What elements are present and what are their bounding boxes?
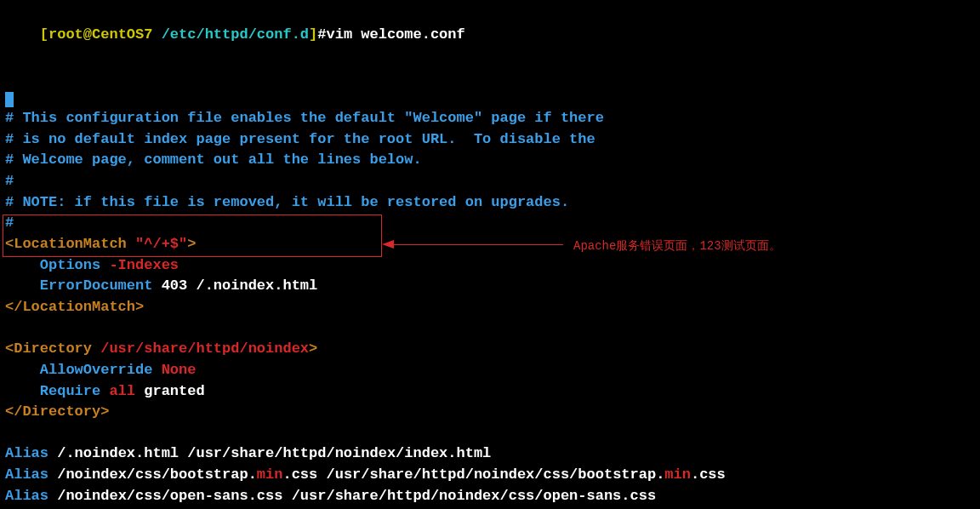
directive-arg: min bbox=[257, 466, 283, 483]
prompt-hash: # bbox=[317, 26, 326, 43]
prompt-bracket-end: ] bbox=[309, 26, 317, 43]
locationmatch-close: </LocationMatch> bbox=[5, 297, 975, 318]
directive-text: Alias bbox=[5, 466, 48, 483]
alias-line: Alias /noindex/css/bootstrap.min.css /us… bbox=[5, 465, 975, 486]
directive-text: <LocationMatch bbox=[5, 236, 135, 252]
comment-line: # bbox=[5, 171, 975, 192]
directive-text: Alias bbox=[5, 445, 48, 461]
blank-line bbox=[5, 423, 975, 444]
shell-prompt-line: [root@CentOS7 /etc/httpd/conf.d]#vim wel… bbox=[5, 3, 975, 66]
comment-line: # is no default index page present for t… bbox=[5, 129, 975, 151]
directive-arg: .css /usr/share/httpd/noindex/css/bootst… bbox=[282, 466, 664, 483]
prompt-cwd: /etc/httpd/conf.d bbox=[162, 26, 309, 43]
directive-text: > bbox=[187, 236, 196, 252]
directory-open: <Directory /usr/share/httpd/noindex> bbox=[5, 339, 975, 360]
terminal-output: [root@CentOS7 /etc/httpd/conf.d]#vim wel… bbox=[5, 3, 975, 509]
directive-arg: all bbox=[109, 383, 135, 399]
comment-line: # Welcome page, comment out all the line… bbox=[5, 150, 975, 171]
directive-arg: /usr/share/httpd/noindex bbox=[100, 340, 309, 357]
prompt-command: vim welcome.conf bbox=[326, 26, 464, 43]
comment-line: # bbox=[5, 213, 975, 234]
directive-text: Options bbox=[5, 257, 109, 273]
directive-arg: 403 /.noindex.html bbox=[162, 277, 318, 294]
directive-arg: .css bbox=[691, 466, 726, 483]
directive-arg: -Indexes bbox=[109, 257, 179, 273]
comment-line: # NOTE: if this file is removed, it will… bbox=[5, 192, 975, 214]
options-line: Options -Indexes bbox=[5, 255, 975, 277]
errordocument-line: ErrorDocument 403 /.noindex.html bbox=[5, 276, 975, 297]
file-line bbox=[5, 88, 975, 109]
require-line: Require all granted bbox=[5, 381, 975, 403]
prompt-user-host: [root@CentOS7 bbox=[40, 26, 162, 43]
comment-line: # This configuration file enables the de… bbox=[5, 108, 975, 129]
directive-arg: None bbox=[162, 362, 197, 378]
blank-line bbox=[5, 66, 975, 88]
directive-text: Alias bbox=[5, 488, 48, 504]
allowoverride-line: AllowOverride None bbox=[5, 360, 975, 381]
alias-line: Alias /.noindex.html /usr/share/httpd/no… bbox=[5, 443, 975, 465]
blank-line bbox=[5, 318, 975, 340]
directive-text: ErrorDocument bbox=[5, 277, 162, 294]
directive-arg: /noindex/css/bootstrap. bbox=[48, 466, 257, 483]
directive-text: Require bbox=[5, 383, 109, 399]
directive-text: AllowOverride bbox=[5, 362, 162, 378]
directive-arg: min bbox=[664, 466, 691, 483]
directive-arg: /noindex/css/open-sans.css /usr/share/ht… bbox=[48, 488, 656, 504]
directive-text: <Directory bbox=[5, 340, 100, 357]
locationmatch-open: <LocationMatch "^/+$"> bbox=[5, 234, 975, 255]
directory-close: </Directory> bbox=[5, 402, 975, 423]
directive-arg: granted bbox=[135, 383, 205, 399]
directive-text: > bbox=[309, 340, 317, 357]
cursor-icon bbox=[5, 92, 14, 107]
alias-line: Alias /noindex/css/open-sans.css /usr/sh… bbox=[5, 486, 975, 507]
directive-arg: "^/+$" bbox=[135, 236, 187, 252]
directive-arg: /.noindex.html /usr/share/httpd/noindex/… bbox=[48, 445, 491, 461]
